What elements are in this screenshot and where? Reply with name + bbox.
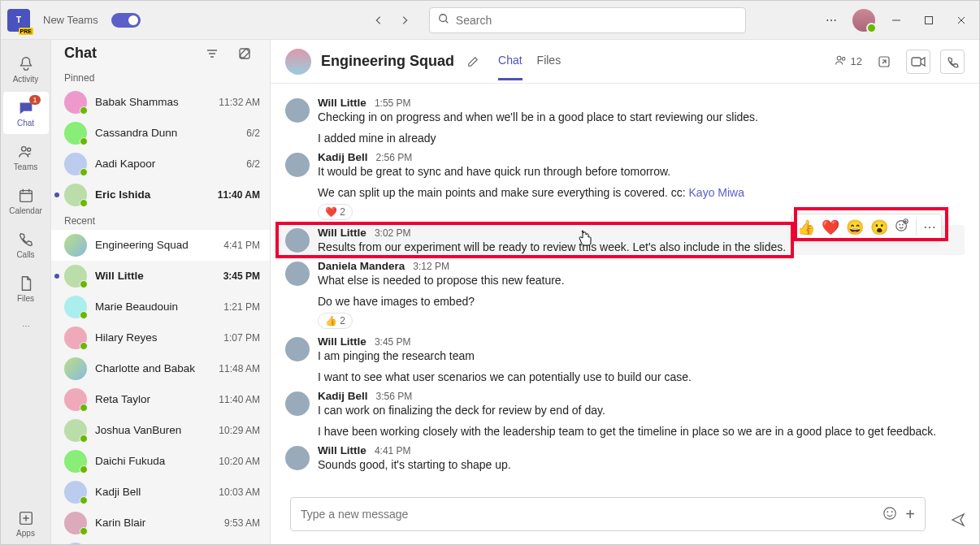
conversation-avatar bbox=[285, 49, 311, 75]
file-icon bbox=[17, 275, 35, 292]
chat-time: 10:29 AM bbox=[219, 425, 260, 436]
message[interactable]: Kadij Bell 3:56 PM I can work on finaliz… bbox=[277, 388, 965, 418]
avatar bbox=[64, 91, 87, 114]
chat-time: 4:41 PM bbox=[223, 240, 260, 251]
svg-point-2 bbox=[21, 146, 26, 151]
search-input[interactable] bbox=[456, 14, 737, 27]
chat-time: 3:45 PM bbox=[223, 270, 260, 282]
message[interactable]: Daniela Mandera 3:12 PM What else is nee… bbox=[277, 258, 965, 288]
new-teams-label: New Teams bbox=[43, 14, 98, 26]
chat-name: Joshua VanBuren bbox=[95, 424, 210, 436]
rail-files[interactable]: Files bbox=[3, 267, 49, 309]
svg-point-11 bbox=[896, 221, 907, 231]
message[interactable]: I want to see what user scenarios we can… bbox=[277, 367, 965, 385]
bell-icon bbox=[17, 55, 35, 73]
rail-activity[interactable]: Activity bbox=[3, 48, 49, 90]
chat-time: 11:32 AM bbox=[219, 97, 260, 108]
nav-back-button[interactable] bbox=[367, 9, 390, 32]
reaction-chip[interactable]: ❤️ 2 bbox=[318, 204, 353, 220]
avatar bbox=[64, 122, 87, 145]
message[interactable]: I have been working closely with the lea… bbox=[277, 422, 965, 439]
chat-row[interactable]: MJ Price 9:28 AM bbox=[51, 539, 270, 544]
window-maximize-button[interactable] bbox=[917, 9, 940, 32]
people-icon bbox=[17, 143, 35, 161]
tab-files[interactable]: Files bbox=[537, 42, 562, 80]
filter-button[interactable] bbox=[200, 41, 224, 66]
chat-name: Kadji Bell bbox=[95, 486, 210, 498]
conversation-pane: Engineering Squad Chat Files 12 bbox=[271, 40, 979, 544]
reaction-option[interactable]: 😮 bbox=[870, 218, 888, 236]
composer-input[interactable] bbox=[301, 508, 874, 521]
chat-name: Charlotte and Babak bbox=[95, 362, 210, 374]
participants-button[interactable]: 12 bbox=[835, 54, 862, 69]
avatar bbox=[64, 234, 87, 257]
send-button[interactable] bbox=[945, 507, 971, 533]
message-avatar bbox=[285, 98, 310, 123]
message[interactable]: Do we have images to embed? 👍 2 bbox=[277, 292, 965, 331]
emoji-button[interactable] bbox=[882, 506, 897, 523]
more-options-button[interactable]: ⋯ bbox=[820, 9, 843, 32]
conversation-title: Engineering Squad bbox=[321, 53, 454, 70]
message[interactable]: I added mine in already bbox=[277, 128, 965, 146]
chat-row[interactable]: Cassandra Dunn 6/2 bbox=[51, 118, 270, 149]
chat-row[interactable]: Engineering Squad 4:41 PM bbox=[51, 230, 270, 261]
message-text: What else is needed to propose this new … bbox=[318, 274, 956, 287]
message-time: 3:02 PM bbox=[375, 227, 411, 239]
nav-forward-button[interactable] bbox=[393, 9, 416, 32]
open-app-button[interactable] bbox=[872, 50, 896, 74]
message-avatar bbox=[285, 228, 310, 253]
rail-calls[interactable]: Calls bbox=[3, 223, 49, 266]
message[interactable]: Will Little 3:02 PM Results from our exp… bbox=[277, 225, 965, 255]
chat-name: Karin Blair bbox=[95, 517, 216, 529]
message-list[interactable]: Will Little 1:55 PM Checking in on progr… bbox=[271, 84, 979, 491]
current-user-avatar[interactable] bbox=[852, 9, 875, 32]
message-text: I am pinging the research team bbox=[318, 349, 956, 362]
svg-rect-4 bbox=[20, 190, 32, 201]
message[interactable]: Will Little 4:41 PM Sounds good, it's st… bbox=[277, 443, 965, 473]
chat-name: Daichi Fukuda bbox=[95, 455, 210, 467]
rail-apps[interactable]: Apps bbox=[3, 502, 49, 544]
reaction-option[interactable]: 👍 bbox=[797, 218, 815, 236]
chat-row[interactable]: Hilary Reyes 1:07 PM bbox=[51, 322, 270, 353]
message-more-button[interactable]: ⋯ bbox=[923, 219, 936, 235]
rail-more[interactable]: ⋯ bbox=[3, 311, 49, 340]
avatar bbox=[64, 481, 87, 504]
edit-title-button[interactable] bbox=[464, 53, 482, 71]
chat-row[interactable]: Joshua VanBuren 10:29 AM bbox=[51, 415, 270, 446]
chat-row[interactable]: Marie Beaudouin 1:21 PM bbox=[51, 292, 270, 322]
video-call-button[interactable] bbox=[906, 50, 930, 74]
reaction-bar[interactable]: 👍❤️😄😮⋯ bbox=[791, 214, 942, 240]
message[interactable]: Kadij Bell 2:56 PM It would be great to … bbox=[277, 149, 965, 180]
svg-point-17 bbox=[891, 511, 893, 513]
chat-row[interactable]: Aadi Kapoor 6/2 bbox=[51, 149, 270, 180]
rail-teams[interactable]: Teams bbox=[3, 136, 49, 178]
chat-row[interactable]: Kadji Bell 10:03 AM bbox=[51, 477, 270, 508]
new-chat-button[interactable] bbox=[232, 41, 257, 66]
reaction-option[interactable]: 😄 bbox=[846, 218, 864, 236]
window-close-button[interactable] bbox=[950, 9, 973, 32]
message[interactable]: Will Little 3:45 PM I am pinging the res… bbox=[277, 334, 965, 364]
add-reaction-icon[interactable] bbox=[895, 218, 909, 236]
svg-point-15 bbox=[884, 507, 895, 518]
attach-button[interactable]: + bbox=[905, 505, 915, 524]
chat-row[interactable]: Reta Taylor 11:40 AM bbox=[51, 384, 270, 415]
search-box[interactable] bbox=[429, 7, 746, 33]
tab-chat[interactable]: Chat bbox=[498, 42, 523, 80]
message[interactable]: Will Little 1:55 PM Checking in on progr… bbox=[277, 95, 965, 125]
message-composer[interactable]: + bbox=[290, 497, 926, 531]
chat-time: 10:03 AM bbox=[219, 487, 260, 498]
audio-call-button[interactable] bbox=[940, 50, 965, 74]
chat-row[interactable]: Daichi Fukuda 10:20 AM bbox=[51, 446, 270, 477]
chat-row[interactable]: Karin Blair 9:53 AM bbox=[51, 508, 270, 539]
reaction-chip[interactable]: 👍 2 bbox=[318, 313, 353, 329]
rail-calendar[interactable]: Calendar bbox=[3, 180, 49, 222]
chat-row[interactable]: Babak Shammas 11:32 AM bbox=[51, 87, 270, 118]
apps-plus-icon bbox=[17, 509, 35, 527]
chat-row[interactable]: Eric Ishida 11:40 AM bbox=[51, 180, 270, 210]
window-minimize-button[interactable] bbox=[885, 9, 908, 32]
new-teams-toggle[interactable] bbox=[111, 13, 141, 28]
chat-row[interactable]: Will Little 3:45 PM bbox=[51, 261, 270, 292]
rail-chat[interactable]: 1 Chat bbox=[3, 92, 49, 134]
chat-row[interactable]: Charlotte and Babak 11:48 AM bbox=[51, 353, 270, 384]
reaction-option[interactable]: ❤️ bbox=[822, 218, 839, 236]
